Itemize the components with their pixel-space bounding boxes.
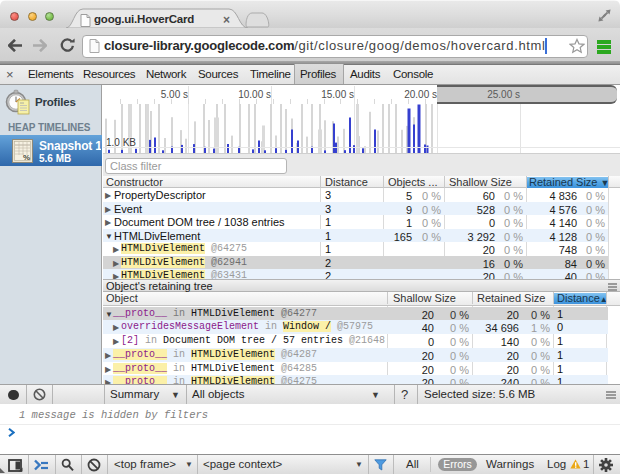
svg-text:%: % [23,153,30,162]
